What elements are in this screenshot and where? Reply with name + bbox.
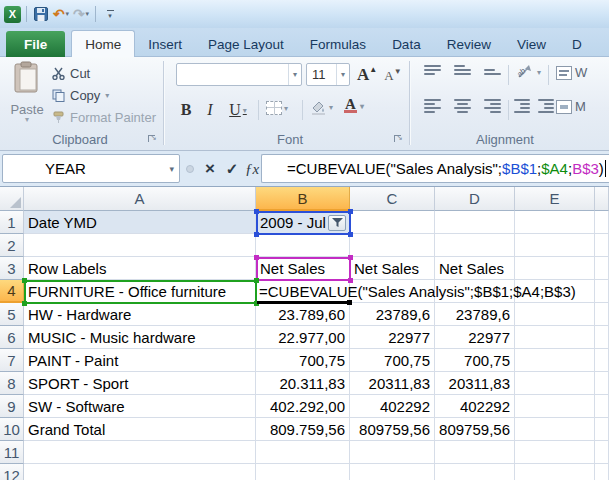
cell-F2[interactable] xyxy=(595,234,609,257)
cell-D7[interactable]: 700,75 xyxy=(435,349,515,372)
cell-B11[interactable] xyxy=(256,441,350,464)
cell-C2[interactable] xyxy=(350,234,435,257)
align-center-button[interactable] xyxy=(454,99,471,113)
cell-A2[interactable] xyxy=(24,234,256,257)
cell-F6[interactable] xyxy=(595,326,609,349)
row-header-1[interactable]: 1 xyxy=(0,211,24,234)
cancel-button[interactable]: × xyxy=(199,156,221,182)
row-header-3[interactable]: 3 xyxy=(0,257,24,280)
column-header-f[interactable] xyxy=(595,187,609,211)
cell-C9[interactable]: 402292 xyxy=(350,395,435,418)
row-header-5[interactable]: 5 xyxy=(0,303,24,326)
row-header-11[interactable]: 11 xyxy=(0,441,24,464)
tab-review[interactable]: Review xyxy=(434,32,504,57)
reference-handle[interactable] xyxy=(22,278,27,283)
cell-F12[interactable] xyxy=(595,464,609,480)
name-box-dropdown-icon[interactable]: ▾ xyxy=(164,155,179,182)
cell-C5[interactable]: 23789,6 xyxy=(350,303,435,326)
cell-C7[interactable]: 700,75 xyxy=(350,349,435,372)
cell-A1[interactable]: Date YMD xyxy=(24,211,256,234)
paste-dropdown-icon[interactable]: ▾ xyxy=(6,117,48,122)
middle-align-button[interactable] xyxy=(454,65,471,75)
undo-dropdown-icon[interactable]: ▾ xyxy=(66,10,70,18)
row-header-12[interactable]: 12 xyxy=(0,464,24,480)
font-size-combo[interactable]: 11 ▾ xyxy=(306,63,350,86)
excel-app-icon[interactable]: X xyxy=(4,6,21,23)
reference-handle[interactable] xyxy=(348,209,353,214)
cell-D9[interactable]: 402292 xyxy=(435,395,515,418)
tab-page-layout[interactable]: Page Layout xyxy=(195,32,297,57)
name-box[interactable]: YEAR ▾ xyxy=(2,154,180,183)
undo-button[interactable]: ↶ ▾ xyxy=(52,4,70,24)
column-header-a[interactable]: A xyxy=(24,187,256,211)
cell-E10[interactable] xyxy=(515,418,595,441)
align-right-button[interactable] xyxy=(484,99,501,113)
clipboard-dialog-launcher-icon[interactable] xyxy=(148,135,158,145)
column-header-e[interactable]: E xyxy=(515,187,595,211)
formula-input[interactable]: =CUBEVALUE("Sales Analysis";$B$1;$A4;B$3… xyxy=(261,154,609,183)
redo-button[interactable]: ↷ ▾ xyxy=(72,4,90,24)
wrap-text-button[interactable]: W xyxy=(556,65,587,80)
row-header-4[interactable]: 4 xyxy=(0,280,24,303)
increase-indent-button[interactable] xyxy=(538,99,554,113)
cell-C1[interactable] xyxy=(350,211,435,234)
column-header-c[interactable]: C xyxy=(350,187,435,211)
font-color-button[interactable]: A ▾ xyxy=(344,99,364,113)
tab-d[interactable]: D xyxy=(559,32,595,57)
cell-E7[interactable] xyxy=(515,349,595,372)
cell-E1[interactable] xyxy=(515,211,595,234)
cell-E11[interactable] xyxy=(515,441,595,464)
customize-qat-button[interactable]: ▾ xyxy=(101,4,119,24)
row-header-2[interactable]: 2 xyxy=(0,234,24,257)
row-header-6[interactable]: 6 xyxy=(0,326,24,349)
top-align-button[interactable] xyxy=(424,65,441,75)
cell-A6[interactable]: MUSIC - Music hardware xyxy=(24,326,256,349)
align-left-button[interactable] xyxy=(424,99,441,113)
cell-B7[interactable]: 700,75 xyxy=(256,349,350,372)
borders-dropdown-icon[interactable]: ▾ xyxy=(284,104,288,113)
cell-E2[interactable] xyxy=(515,234,595,257)
tab-formulas[interactable]: Formulas xyxy=(297,32,379,57)
cell-C3[interactable]: Net Sales xyxy=(350,257,435,280)
font-size-dropdown-icon[interactable]: ▾ xyxy=(336,64,349,85)
cell-A5[interactable]: HW - Hardware xyxy=(24,303,256,326)
font-name-dropdown-icon[interactable]: ▾ xyxy=(288,64,301,85)
cell-F8[interactable] xyxy=(595,372,609,395)
fill-color-dropdown-icon[interactable]: ▾ xyxy=(329,103,333,112)
tab-view[interactable]: View xyxy=(504,32,559,57)
cell-A4[interactable]: FURNITURE - Office furniture xyxy=(24,280,256,303)
cell-C6[interactable]: 22977 xyxy=(350,326,435,349)
select-all-corner[interactable] xyxy=(0,187,24,211)
cell-F5[interactable] xyxy=(595,303,609,326)
cell-D2[interactable] xyxy=(435,234,515,257)
formula-bar-divider-dot[interactable] xyxy=(186,165,194,173)
bold-button[interactable]: B xyxy=(176,99,196,121)
cell-B2[interactable] xyxy=(256,234,350,257)
cell-D3[interactable]: Net Sales xyxy=(435,257,515,280)
cell-D11[interactable] xyxy=(435,441,515,464)
row-header-10[interactable]: 10 xyxy=(0,418,24,441)
grow-font-button[interactable]: A▲ xyxy=(355,63,379,86)
cell-C11[interactable] xyxy=(350,441,435,464)
reference-handle[interactable] xyxy=(254,255,259,260)
copy-dropdown-icon[interactable]: ▾ xyxy=(105,91,109,100)
reference-handle[interactable] xyxy=(348,232,353,237)
cell-A11[interactable] xyxy=(24,441,256,464)
merge-center-button[interactable]: M xyxy=(556,99,586,114)
bottom-align-button[interactable] xyxy=(484,69,501,75)
cell-B6[interactable]: 22.977,00 xyxy=(256,326,350,349)
cell-A3[interactable]: Row Labels xyxy=(24,257,256,280)
cell-A9[interactable]: SW - Software xyxy=(24,395,256,418)
reference-handle[interactable] xyxy=(348,255,353,260)
cell-B8[interactable]: 20.311,83 xyxy=(256,372,350,395)
underline-dropdown-icon[interactable]: ▾ xyxy=(243,106,247,115)
shrink-font-button[interactable]: A▼ xyxy=(382,65,404,86)
row-header-9[interactable]: 9 xyxy=(0,395,24,418)
cell-C12[interactable] xyxy=(350,464,435,480)
cell-C10[interactable]: 809759,56 xyxy=(350,418,435,441)
cell-A10[interactable]: Grand Total xyxy=(24,418,256,441)
underline-button[interactable]: U ▾ xyxy=(224,99,252,121)
filter-button[interactable] xyxy=(328,215,346,231)
column-header-b[interactable]: B xyxy=(256,187,350,211)
decrease-indent-button[interactable] xyxy=(514,99,530,113)
